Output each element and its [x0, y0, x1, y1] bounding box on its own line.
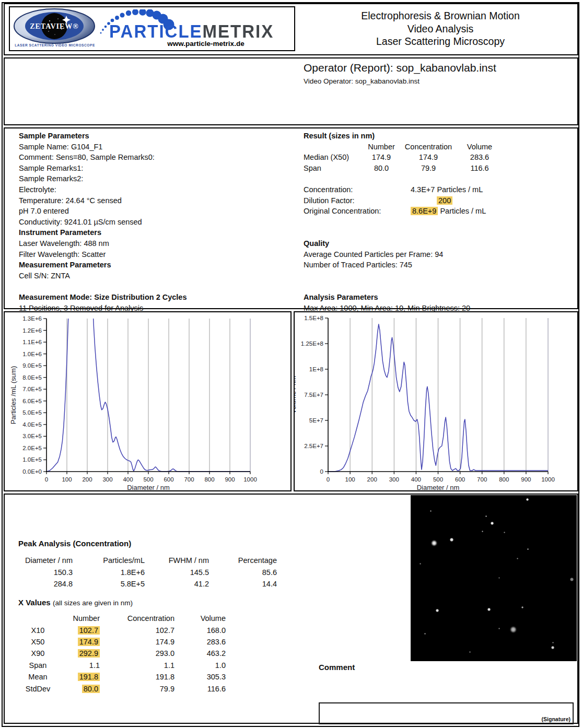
x-values-concentration: 1.1 — [100, 660, 174, 671]
highlighted-value: 200 — [437, 196, 452, 205]
svg-text:1.1E+6: 1.1E+6 — [22, 339, 42, 345]
result-value: 174.9 — [365, 152, 398, 163]
peak-value: 145.5 — [145, 566, 209, 578]
peak-analysis-table: Diameter / nmParticles/mLFWHM / nmPercen… — [18, 555, 277, 590]
particle-dot — [498, 628, 500, 629]
peak-value: 5.8E+5 — [73, 578, 145, 590]
x-values-heading: X Values (all sizes are given in nm) — [18, 598, 133, 607]
svg-text:Particles /mL (sum): Particles /mL (sum) — [9, 366, 17, 424]
svg-text:600: 600 — [455, 476, 465, 483]
svg-text:9.0E+5: 9.0E+5 — [22, 362, 42, 369]
svg-text:500: 500 — [143, 476, 153, 483]
peak-analysis-heading: Peak Analysis (Concentration) — [18, 539, 131, 548]
x-values-concentration: 102.7 — [100, 624, 174, 636]
particlemetrix-logo: PARTICLEMETRIX — [109, 21, 274, 42]
analysis-parameters-heading: Analysis Parameters — [304, 292, 575, 303]
x-values-row: Span1.11.11.0 — [18, 660, 226, 671]
quality-lines: Average Counted Particles per Frame: 94N… — [304, 249, 575, 271]
svg-text:Diameter / nm: Diameter / nm — [127, 484, 170, 490]
svg-text:900: 900 — [225, 476, 235, 483]
instrument-parameter-line: Laser Wavelength: 488 nm — [19, 238, 290, 249]
x-values-concentration: 191.8 — [100, 671, 174, 683]
particle-dot — [420, 563, 421, 565]
title-line-1: Electrophoresis & Brownian Motion — [302, 9, 578, 22]
result-extra-value: 8.6E+9 Particles / mL — [411, 206, 486, 217]
result-row-label: Span — [304, 163, 365, 174]
peak-value: 150.3 — [18, 566, 73, 578]
sample-parameters-lines: Sample Name: G104_F1Comment: Sens=80, Sa… — [19, 142, 290, 228]
particle-dot — [551, 646, 554, 649]
x-values-row-label: StdDev — [18, 683, 57, 694]
x-values-concentration: 293.0 — [100, 648, 174, 659]
svg-text:900: 900 — [521, 476, 531, 483]
measurement-parameter-line: Cell S/N: ZNTA — [19, 271, 290, 281]
quality-line: Number of Traced Particles: 745 — [304, 260, 575, 271]
particle-dot — [436, 609, 439, 612]
video-operator-line: Video Operator: sop_kabanovlab.inst — [304, 77, 420, 85]
result-row-label — [304, 142, 365, 152]
svg-text:Diameter / nm: Diameter / nm — [417, 484, 460, 490]
svg-text:200: 200 — [82, 476, 92, 483]
result-table: NumberConcentrationVolumeMedian (X50)174… — [304, 142, 500, 174]
peak-col-header: Diameter / nm — [18, 555, 73, 566]
x-values-row: Mean191.8191.8305.3 — [18, 671, 226, 683]
x-values-number: 1.1 — [57, 660, 100, 671]
scatter-video-frame — [411, 495, 577, 661]
highlighted-value: 80.0 — [82, 685, 100, 693]
signature-box: (Signature) — [319, 702, 574, 724]
svg-text:800: 800 — [204, 476, 214, 483]
svg-text:100: 100 — [345, 476, 355, 483]
svg-text:0.0E+0: 0.0E+0 — [22, 468, 42, 475]
zetaview-logo-icon: ZETAVIEW® — [12, 8, 97, 44]
svg-text:4.0E+5: 4.0E+5 — [22, 421, 42, 428]
brand-metrix: METRIX — [203, 21, 274, 42]
x-values-row-label: X50 — [18, 636, 57, 648]
result-value: 80.0 — [365, 163, 398, 174]
x-values-number: 174.9 — [57, 636, 100, 648]
zetaview-subtitle: LASER SCATTERING VIDEO MICROSCOPE — [13, 43, 97, 47]
x-values-number: 191.8 — [57, 671, 100, 683]
svg-text:300: 300 — [389, 476, 399, 483]
sample-parameter-line: Sample Remarks2: — [19, 173, 290, 184]
sample-parameter-line: Temperature: 24.64 °C sensed — [19, 195, 290, 206]
x-values-row-label: X10 — [18, 624, 57, 636]
x-values-table: NumberConcentrationVolumeX10102.7102.716… — [18, 613, 226, 695]
peak-col-header: Particles/mL — [73, 555, 145, 566]
particle-dot — [491, 522, 494, 525]
svg-text:0: 0 — [45, 476, 48, 483]
sample-parameters-heading: Sample Parameters — [19, 131, 290, 142]
svg-text:1.3E+6: 1.3E+6 — [22, 315, 42, 322]
svg-text:1000: 1000 — [243, 476, 257, 483]
peak-analysis-row: 150.31.8E+6145.585.6 — [18, 566, 277, 578]
x-values-concentration: 79.9 — [100, 683, 174, 694]
report-title: Electrophoresis & Brownian Motion Video … — [302, 9, 578, 48]
result-extra-value: 4.3E+7 Particles / mL — [411, 184, 483, 195]
svg-text:Volume / nm: Volume / nm — [295, 376, 297, 414]
quality-heading: Quality — [304, 238, 575, 249]
x-values-row-label: X90 — [18, 648, 57, 659]
comment-label: Comment — [319, 663, 355, 672]
particle-dot — [450, 538, 453, 542]
peak-value: 1.8E+6 — [73, 566, 145, 578]
svg-text:500: 500 — [433, 476, 443, 483]
highlighted-value: 102.7 — [78, 626, 100, 635]
svg-text:5.0E+5: 5.0E+5 — [22, 409, 42, 416]
result-row-label: Median (X50) — [304, 152, 365, 163]
svg-text:1E+8: 1E+8 — [309, 366, 323, 372]
operator-report-line: Operator (Report): sop_kabanovlab.inst — [304, 62, 496, 74]
result-row: Span80.079.9116.6 — [304, 163, 500, 174]
svg-text:300: 300 — [102, 476, 112, 483]
highlighted-value: 292.9 — [78, 649, 100, 657]
result-extra-rows: Concentration:4.3E+7 Particles / mLDilut… — [304, 184, 575, 217]
volume-distribution-chart: 0100200300400500600700800900100002.5E+75… — [295, 312, 577, 490]
svg-text:200: 200 — [367, 476, 377, 483]
svg-text:600: 600 — [164, 476, 173, 483]
title-line-3: Laser Scattering Microscopy — [302, 35, 578, 48]
sample-parameter-line: Conductivity: 9241.01 µS/cm sensed — [19, 217, 290, 228]
svg-text:5E+7: 5E+7 — [309, 417, 323, 424]
sample-parameters-section: Sample Parameters Sample Name: G104_F1Co… — [19, 131, 290, 313]
result-value: 116.6 — [459, 163, 500, 174]
logo-box: ZETAVIEW® LASER SCATTERING VIDEO MICROSC… — [9, 6, 295, 51]
x-values-volume: 283.6 — [174, 636, 226, 648]
result-extra-label: Dilution Factor: — [304, 195, 355, 206]
